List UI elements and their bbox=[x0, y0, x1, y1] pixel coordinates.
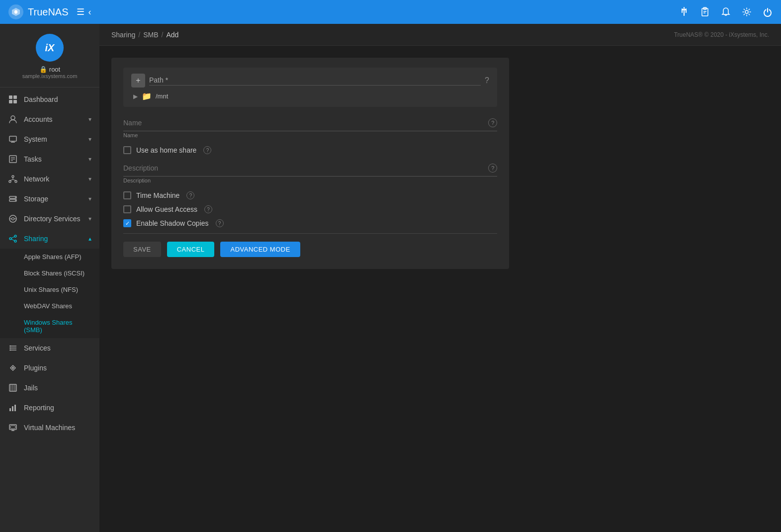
sidebar-item-virtual-machines[interactable]: Virtual Machines bbox=[0, 418, 99, 438]
sidebar-item-label: Accounts bbox=[24, 115, 83, 123]
hamburger-icon[interactable]: ☰ bbox=[77, 6, 85, 17]
sidebar-item-afp[interactable]: Apple Shares (AFP) bbox=[0, 249, 99, 265]
path-tree: ▶ 📁 /mnt bbox=[131, 91, 489, 101]
sharing-icon bbox=[8, 234, 18, 244]
breadcrumb-sep-2: / bbox=[162, 31, 164, 39]
sidebar-item-sharing[interactable]: Sharing ▴ bbox=[0, 229, 99, 249]
home-share-checkbox[interactable] bbox=[123, 146, 131, 154]
description-input[interactable] bbox=[123, 162, 488, 174]
power-icon[interactable] bbox=[762, 6, 773, 17]
sidebar-item-label: Network bbox=[24, 175, 83, 183]
path-tree-item: /mnt bbox=[156, 92, 168, 100]
home-share-row: Use as home share ? bbox=[123, 146, 497, 154]
svg-line-23 bbox=[13, 179, 16, 180]
chevron-left-icon[interactable]: ‹ bbox=[88, 7, 91, 17]
path-label: Path * bbox=[149, 76, 481, 86]
system-icon bbox=[8, 134, 18, 144]
svg-point-29 bbox=[12, 218, 14, 220]
sidebar-item-network[interactable]: Network ▾ bbox=[0, 169, 99, 189]
svg-line-35 bbox=[11, 237, 14, 238]
chevron-down-icon: ▾ bbox=[88, 156, 91, 163]
breadcrumb-sharing[interactable]: Sharing bbox=[111, 31, 135, 39]
trident-icon[interactable] bbox=[679, 6, 690, 17]
sidebar-item-label: System bbox=[24, 135, 83, 143]
form-divider bbox=[123, 233, 497, 234]
chevron-down-icon: ▾ bbox=[88, 176, 91, 182]
svg-point-10 bbox=[11, 116, 15, 120]
sidebar-user: iX 🔒 root sample.ixsystems.com bbox=[0, 24, 99, 88]
sidebar-item-storage[interactable]: Storage ▾ bbox=[0, 189, 99, 209]
sidebar-item-plugins[interactable]: Plugins bbox=[0, 358, 99, 378]
sidebar-item-label: Virtual Machines bbox=[24, 424, 91, 432]
svg-point-19 bbox=[9, 180, 11, 182]
sidebar-item-reporting[interactable]: Reporting bbox=[0, 398, 99, 418]
shadow-copies-checkbox[interactable] bbox=[123, 219, 131, 227]
svg-point-33 bbox=[9, 238, 11, 240]
storage-icon bbox=[8, 194, 18, 204]
tasks-icon bbox=[8, 154, 18, 164]
sidebar-item-tasks[interactable]: Tasks ▾ bbox=[0, 149, 99, 169]
svg-rect-8 bbox=[9, 100, 12, 103]
sidebar-item-label: Services bbox=[24, 344, 91, 352]
name-help-icon[interactable]: ? bbox=[488, 118, 497, 127]
sidebar-item-system[interactable]: System ▾ bbox=[0, 129, 99, 149]
save-button[interactable]: SAVE bbox=[123, 242, 161, 257]
time-machine-help-icon[interactable]: ? bbox=[186, 191, 194, 199]
services-icon bbox=[8, 343, 18, 353]
shadow-copies-row: Enable Shadow Copies ? bbox=[123, 219, 497, 227]
settings-icon[interactable] bbox=[741, 6, 752, 17]
sidebar-item-webdav[interactable]: WebDAV Shares bbox=[0, 298, 99, 314]
sidebar-item-smb[interactable]: Windows Shares (SMB) bbox=[0, 314, 99, 338]
description-field: ? Description bbox=[123, 162, 497, 183]
svg-rect-11 bbox=[9, 136, 16, 141]
network-icon bbox=[8, 174, 18, 184]
guest-access-label: Allow Guest Access bbox=[136, 205, 197, 213]
clipboard-icon[interactable] bbox=[699, 6, 710, 17]
sidebar-item-iscsi[interactable]: Block Shares (iSCSI) bbox=[0, 265, 99, 281]
cancel-button[interactable]: CANCEL bbox=[167, 242, 215, 257]
form-card: + Path * ? ▶ 📁 /mnt ? bbox=[111, 58, 509, 269]
svg-point-18 bbox=[12, 176, 14, 177]
sidebar-item-accounts[interactable]: Accounts ▾ bbox=[0, 109, 99, 129]
name-input[interactable] bbox=[123, 117, 488, 129]
path-add-button[interactable]: + bbox=[131, 74, 145, 88]
breadcrumb-smb[interactable]: SMB bbox=[143, 31, 158, 39]
copyright: TrueNAS® © 2020 - iXsystems, Inc. bbox=[674, 31, 769, 38]
form-area: + Path * ? ▶ 📁 /mnt ? bbox=[99, 46, 781, 532]
avatar: iX bbox=[36, 34, 64, 62]
path-help-icon[interactable]: ? bbox=[485, 76, 489, 85]
path-tree-chevron[interactable]: ▶ bbox=[133, 93, 138, 100]
home-share-help-icon[interactable]: ? bbox=[203, 146, 211, 154]
description-field-label: Description bbox=[123, 177, 497, 183]
app-name: TrueNAS bbox=[28, 6, 69, 18]
shadow-copies-help-icon[interactable]: ? bbox=[216, 219, 224, 227]
svg-point-20 bbox=[15, 180, 17, 182]
svg-point-43 bbox=[12, 367, 14, 369]
sidebar-item-label: Jails bbox=[24, 384, 91, 392]
sidebar-domain: sample.ixsystems.com bbox=[22, 73, 78, 79]
guest-access-help-icon[interactable]: ? bbox=[204, 205, 212, 213]
svg-rect-6 bbox=[9, 95, 12, 99]
sidebar-item-directory-services[interactable]: Directory Services ▾ bbox=[0, 209, 99, 229]
shadow-copies-label: Enable Shadow Copies bbox=[136, 219, 209, 227]
bell-icon[interactable] bbox=[720, 6, 731, 17]
time-machine-checkbox[interactable] bbox=[123, 191, 131, 199]
path-header: + Path * ? bbox=[131, 74, 489, 88]
sidebar-item-jails[interactable]: Jails bbox=[0, 378, 99, 398]
svg-line-22 bbox=[10, 179, 13, 180]
sidebar-item-dashboard[interactable]: Dashboard bbox=[0, 89, 99, 109]
svg-point-26 bbox=[15, 197, 16, 198]
app-body: iX 🔒 root sample.ixsystems.com Dashboard bbox=[0, 24, 781, 532]
svg-point-42 bbox=[10, 350, 11, 351]
svg-rect-7 bbox=[13, 95, 17, 99]
sidebar-item-nfs[interactable]: Unix Shares (NFS) bbox=[0, 281, 99, 298]
sidebar-item-services[interactable]: Services bbox=[0, 338, 99, 358]
sidebar-item-label: Reporting bbox=[24, 404, 91, 412]
guest-access-checkbox[interactable] bbox=[123, 205, 131, 213]
name-field: ? Name bbox=[123, 117, 497, 138]
chevron-up-icon: ▴ bbox=[88, 235, 91, 242]
advanced-mode-button[interactable]: ADVANCED MODE bbox=[220, 242, 300, 257]
desc-help-icon[interactable]: ? bbox=[488, 164, 497, 173]
sidebar-item-label: Plugins bbox=[24, 364, 91, 372]
svg-rect-52 bbox=[10, 426, 15, 429]
